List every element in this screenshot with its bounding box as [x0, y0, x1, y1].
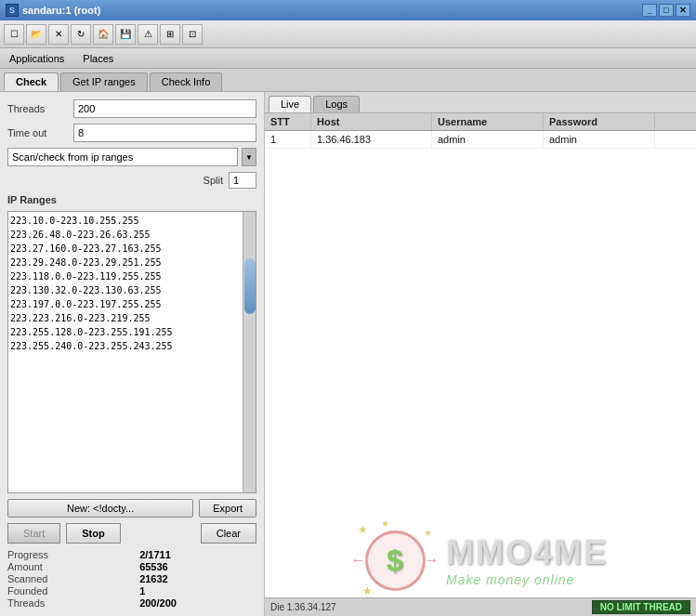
scan-mode-select[interactable]: Scan/check from ip ranges: [7, 148, 238, 166]
split-input[interactable]: [229, 172, 256, 189]
toolbar-warning[interactable]: ⚠: [138, 24, 158, 45]
list-item: 223.223.216.0-223.219.255: [10, 311, 241, 325]
progress-value: 2/1711: [139, 549, 256, 560]
no-limit-thread-badge: NO LIMIT THREAD: [592, 600, 690, 614]
toolbar-close[interactable]: ✕: [48, 24, 69, 45]
list-item: 223.26.48.0-223.26.63.255: [10, 228, 241, 242]
split-label: Split: [204, 175, 223, 186]
scanned-label: Scanned: [7, 573, 128, 584]
ip-ranges-list[interactable]: 223.10.0-223.10.255.255 223.26.48.0-223.…: [8, 212, 243, 492]
ip-ranges-label: IP Ranges: [7, 194, 256, 205]
list-item: 223.118.0.0-223.119.255.255: [10, 269, 241, 283]
founded-value: 1: [139, 585, 256, 596]
cell-stt: 1: [265, 131, 311, 148]
table-body: 1 1.36.46.183 admin admin: [265, 131, 696, 149]
col-username: Username: [432, 113, 544, 130]
threads-stat-label: Threads: [7, 597, 128, 609]
table-row[interactable]: 1 1.36.46.183 admin admin: [265, 131, 696, 149]
cell-password: admin: [544, 131, 655, 148]
cell-username: admin: [432, 131, 544, 148]
left-panel: Threads Time out Scan/check from ip rang…: [0, 92, 265, 616]
cell-host: 1.36.46.183: [311, 131, 432, 148]
col-stt: STT: [265, 113, 311, 130]
window-controls: _ □ ✕: [642, 4, 690, 17]
scanned-value: 21632: [139, 573, 256, 584]
amount-label: Amount: [7, 561, 128, 572]
toolbar-refresh[interactable]: ↻: [71, 24, 91, 45]
timeout-label: Time out: [7, 127, 68, 138]
stats-area: Progress 2/1711 Amount 65536 Scanned 216…: [7, 549, 256, 609]
toolbar-fullscreen[interactable]: ⊡: [182, 24, 203, 45]
threads-label: Threads: [7, 103, 68, 114]
toolbar: ☐ 📂 ✕ ↻ 🏠 💾 ⚠ ⊞ ⊡: [0, 20, 696, 48]
close-button[interactable]: ✕: [676, 4, 690, 17]
start-button[interactable]: Start: [7, 523, 60, 544]
toolbar-home[interactable]: 🏠: [93, 24, 113, 45]
title-bar: S sandaru:1 (root) _ □ ✕: [0, 0, 696, 20]
toolbar-grid[interactable]: ⊞: [160, 24, 180, 45]
results-table: STT Host Username Password 1 1.36.46.183…: [265, 113, 696, 597]
menu-applications[interactable]: Applications: [6, 51, 68, 66]
maximize-button[interactable]: □: [659, 4, 674, 17]
tab-live[interactable]: Live: [269, 96, 311, 112]
export-button[interactable]: Export: [199, 499, 256, 518]
list-item: 223.255.240.0-223.255.243.255: [10, 339, 241, 353]
progress-label: Progress: [7, 549, 128, 560]
ip-ranges-container: 223.10.0-223.10.255.255 223.26.48.0-223.…: [7, 211, 256, 493]
list-item: 223.197.0.0-223.197.255.255: [10, 297, 241, 311]
window-title: sandaru:1 (root): [22, 5, 100, 16]
list-item: 223.27.160.0-223.27.163.255: [10, 242, 241, 256]
app-icon: S: [6, 4, 19, 17]
toolbar-save[interactable]: 💾: [115, 24, 136, 45]
col-password: Password: [544, 113, 655, 130]
tab-check[interactable]: Check: [4, 72, 59, 91]
toolbar-new[interactable]: ☐: [4, 24, 24, 45]
file-button-row: New: <!docty... Export: [7, 499, 256, 518]
menu-places[interactable]: Places: [79, 51, 117, 66]
timeout-row: Time out: [7, 124, 256, 142]
action-button-row: Start Stop Clear: [7, 523, 256, 544]
threads-stat-value: 200/200: [139, 597, 256, 609]
new-button[interactable]: New: <!docty...: [7, 499, 193, 518]
ip-ranges-scrollbar[interactable]: [243, 212, 256, 492]
split-row: Split: [7, 172, 256, 189]
tab-logs[interactable]: Logs: [313, 96, 360, 112]
menu-bar: Applications Places: [0, 48, 696, 69]
main-tab-bar: Check Get IP ranges Check Info: [0, 69, 696, 92]
status-bar: Die 1.36.34.127 NO LIMIT THREAD: [265, 597, 696, 616]
window-content: Check Get IP ranges Check Info Threads T…: [0, 69, 696, 616]
minimize-button[interactable]: _: [642, 4, 657, 17]
stop-button[interactable]: Stop: [66, 523, 120, 544]
list-item: 223.10.0-223.10.255.255: [10, 214, 241, 228]
right-tab-bar: Live Logs: [265, 92, 696, 113]
col-host: Host: [311, 113, 432, 130]
list-item: 223.130.32.0-223.130.63.255: [10, 283, 241, 297]
founded-label: Founded: [7, 585, 128, 596]
tab-get-ip-ranges[interactable]: Get IP ranges: [60, 72, 148, 91]
scan-dropdown-row: Scan/check from ip ranges ▼: [7, 148, 256, 166]
dropdown-arrow-icon[interactable]: ▼: [242, 148, 256, 166]
tab-check-info[interactable]: Check Info: [150, 72, 223, 91]
main-area: Threads Time out Scan/check from ip rang…: [0, 92, 696, 616]
threads-input[interactable]: [73, 99, 256, 118]
scroll-thumb: [244, 258, 256, 314]
status-left-text: Die 1.36.34.127: [270, 602, 336, 612]
table-header: STT Host Username Password: [265, 113, 696, 131]
list-item: 223.255.128.0-223.255.191.255: [10, 325, 241, 339]
toolbar-open[interactable]: 📂: [26, 24, 46, 45]
threads-row: Threads: [7, 99, 256, 118]
clear-button[interactable]: Clear: [201, 523, 256, 544]
timeout-input[interactable]: [73, 124, 256, 142]
right-panel: Live Logs STT Host Username Password 1 1…: [265, 92, 696, 616]
list-item: 223.29.248.0-223.29.251.255: [10, 256, 241, 269]
amount-value: 65536: [139, 561, 256, 572]
